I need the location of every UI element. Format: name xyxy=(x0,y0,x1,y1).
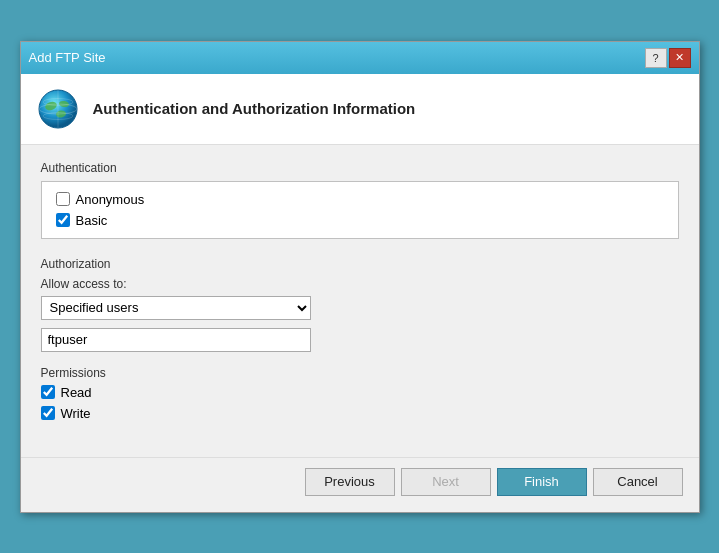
basic-checkbox[interactable] xyxy=(56,213,70,227)
close-button[interactable]: ✕ xyxy=(669,48,691,68)
cancel-button[interactable]: Cancel xyxy=(593,468,683,496)
basic-label[interactable]: Basic xyxy=(76,213,108,228)
read-row: Read xyxy=(41,385,679,400)
anonymous-row: Anonymous xyxy=(56,192,664,207)
permissions-label: Permissions xyxy=(41,366,679,380)
dialog-header: Authentication and Authorization Informa… xyxy=(21,74,699,145)
write-label[interactable]: Write xyxy=(61,406,91,421)
anonymous-label[interactable]: Anonymous xyxy=(76,192,145,207)
dialog-header-title: Authentication and Authorization Informa… xyxy=(93,100,416,117)
help-button[interactable]: ? xyxy=(645,48,667,68)
globe-icon xyxy=(37,88,79,130)
previous-button[interactable]: Previous xyxy=(305,468,395,496)
authentication-section: Authentication Anonymous Basic xyxy=(41,161,679,239)
read-label[interactable]: Read xyxy=(61,385,92,400)
dialog-body: Authentication Anonymous Basic Authoriza… xyxy=(21,145,699,447)
write-checkbox[interactable] xyxy=(41,406,55,420)
read-checkbox[interactable] xyxy=(41,385,55,399)
title-bar-buttons: ? ✕ xyxy=(645,48,691,68)
finish-button[interactable]: Finish xyxy=(497,468,587,496)
window-title: Add FTP Site xyxy=(29,50,106,65)
dropdown-row: All Users Anonymous users Specified user… xyxy=(41,296,679,320)
authorization-label: Authorization xyxy=(41,257,679,271)
username-input[interactable] xyxy=(41,328,311,352)
basic-row: Basic xyxy=(56,213,664,228)
allow-access-label: Allow access to: xyxy=(41,277,679,291)
dialog-footer: Previous Next Finish Cancel xyxy=(21,457,699,512)
access-dropdown[interactable]: All Users Anonymous users Specified user… xyxy=(41,296,311,320)
dialog-window: Add FTP Site ? ✕ xyxy=(20,41,700,513)
anonymous-checkbox[interactable] xyxy=(56,192,70,206)
permissions-section: Permissions Read Write xyxy=(41,366,679,421)
title-bar: Add FTP Site ? ✕ xyxy=(21,42,699,74)
next-button[interactable]: Next xyxy=(401,468,491,496)
authentication-label: Authentication xyxy=(41,161,679,175)
write-row: Write xyxy=(41,406,679,421)
authorization-section: Authorization Allow access to: All Users… xyxy=(41,257,679,352)
authentication-box: Anonymous Basic xyxy=(41,181,679,239)
